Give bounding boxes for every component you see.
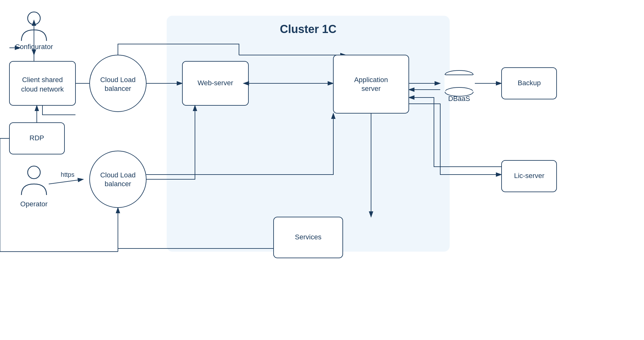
operator-label: Operator: [20, 200, 48, 208]
diagram-container: Cluster 1C Configurator Client shared cl…: [0, 0, 644, 340]
cloud-lb-bottom-text2: balancer: [105, 180, 131, 188]
configurator-label: Configurator: [15, 43, 53, 51]
svg-point-4: [28, 166, 40, 179]
app-server-box: [333, 55, 409, 113]
operator-to-lb-bottom-arrow: [49, 179, 83, 184]
rdp-text: RDP: [30, 134, 44, 142]
cluster-background: [167, 16, 450, 252]
network-bottom-path: [42, 105, 75, 115]
dbaas-label: DBaaS: [448, 95, 470, 103]
backup-text: Backup: [518, 79, 541, 87]
services-text: Services: [295, 233, 321, 241]
cloud-lb-bottom-circle: [90, 151, 146, 208]
cloud-lb-bottom-text1: Cloud Load: [100, 171, 136, 179]
client-network-text1: Client shared: [22, 76, 63, 84]
dbaas-icon: [445, 70, 473, 96]
operator-icon: [21, 166, 47, 195]
app-server-text1: Application: [354, 76, 388, 84]
web-server-text: Web-server: [197, 79, 233, 87]
cloud-lb-top-text2: balancer: [105, 85, 131, 92]
client-network-text2: cloud network: [21, 85, 64, 93]
cloud-lb-top-text1: Cloud Load: [100, 76, 136, 84]
app-server-text2: server: [361, 85, 380, 92]
https-label: https: [61, 171, 74, 178]
cluster-label: Cluster 1C: [280, 23, 336, 36]
lic-server-text: Lic-server: [514, 172, 545, 180]
